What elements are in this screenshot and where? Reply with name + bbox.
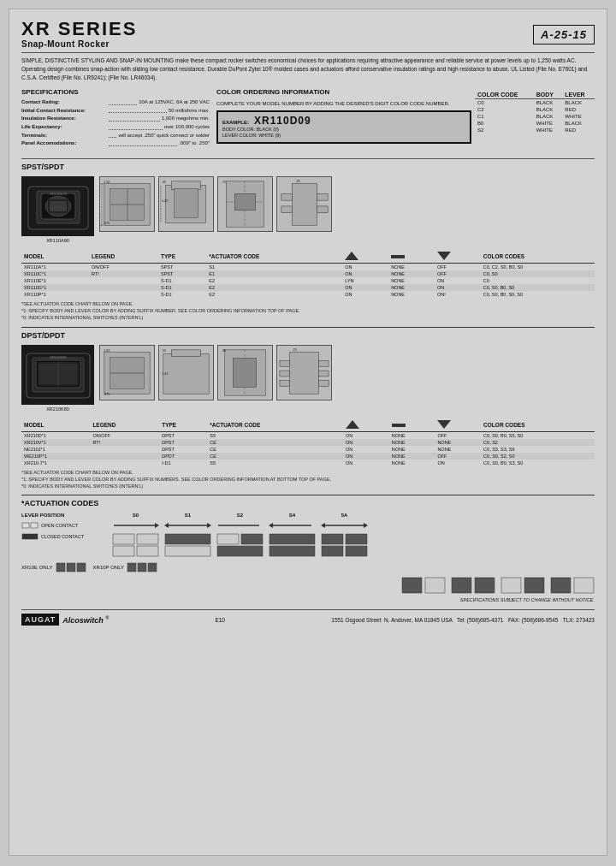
table-row: XR110E*1 S-D1 E2 LYN NONE ON C0: [21, 277, 595, 284]
example-desc-1: BODY COLOR: BLACK (0): [222, 127, 465, 133]
act-arrow-5a: [321, 519, 368, 531]
dpst-dim-svg-4: .25: [277, 346, 331, 400]
act-group-s2: S2: [216, 513, 264, 557]
footer-tel: Tel: (508)685-4371: [457, 617, 504, 623]
svg-rect-18: [174, 188, 198, 217]
svg-rect-28: [281, 193, 293, 200]
cell-colors: C0, S0, B0, S3, S0: [481, 460, 595, 466]
col-colors: COLOR CODES: [481, 418, 595, 432]
specs-col: SPECIFICATIONS Contact Rating: 10A at 12…: [21, 88, 210, 153]
col-colors: COLOR CODES: [481, 250, 595, 264]
page: XR SERIES Snap-Mount Rocker A-25-15 SIMP…: [9, 9, 607, 856]
svg-rect-67: [22, 523, 29, 528]
svg-rect-105: [475, 578, 495, 593]
svg-rect-82: [217, 534, 239, 544]
spst-dim-3: .75: [217, 176, 273, 232]
xr10e-label: XR10E ONLY: [21, 565, 53, 570]
actuation-content: LEVER POSITION OPEN CONTACT CLOSED CONTA…: [21, 513, 595, 557]
xr10p-group: XR10P ONLY: [93, 561, 157, 573]
table-row: XR110A*1 ON/OFF SPST S1 ON NONE OFF C0, …: [21, 263, 595, 270]
footnote-3: *0: INDICATES INTERNATIONAL SWITCHES (IN…: [21, 483, 595, 489]
svg-rect-109: [574, 578, 594, 593]
footer-city: N. Andover, MA 01845 USA: [384, 617, 453, 623]
spst-title: SPST/SPDT: [21, 163, 595, 171]
footnote-3: *0: INDICATES INTERNATIONAL SWITCHES (IN…: [21, 314, 595, 321]
spec-notice: SPECIFICATIONS SUBJECT TO CHANGE WITHOUT…: [21, 597, 595, 602]
cell-code: CE: [207, 439, 343, 446]
spst-table: MODEL LEGEND TYPE *ACTUATOR CODE COLOR C…: [21, 250, 595, 298]
spec-row: Contact Rating: 10A at 125VAC, 6A at 250…: [21, 98, 210, 107]
col-pos2: [389, 418, 435, 432]
table-row: XR110G*1 S-D1 E2 ON NONE ON C0, S0, B0, …: [21, 284, 595, 291]
main-content: SPECIFICATIONS Contact Rating: 10A at 12…: [21, 88, 595, 153]
augat-logo: AUGAT: [21, 614, 59, 626]
col-actuator: *ACTUATOR CODE: [207, 418, 343, 432]
dpst-product-area: XR210K80 XR210K80: [21, 345, 94, 412]
cell-model: WE210P*1: [21, 453, 90, 460]
col-header-body: BODY: [534, 91, 563, 99]
svg-rect-65: [392, 424, 406, 427]
body-val: BLACK: [534, 113, 563, 120]
svg-text:.25: .25: [292, 347, 296, 351]
cell-model: XR110G*1: [21, 284, 89, 291]
cell-type: S-D1: [158, 277, 206, 284]
series-name: XR SERIES: [21, 20, 137, 39]
svg-rect-103: [425, 578, 445, 593]
svg-rect-56: [290, 352, 319, 393]
actuation-legend: LEVER POSITION OPEN CONTACT CLOSED CONTA…: [21, 513, 107, 541]
bot-diag-1: [401, 577, 446, 594]
svg-rect-98: [77, 563, 86, 572]
cell-a1: ON: [343, 439, 389, 446]
svg-marker-71: [155, 523, 159, 528]
cell-legend: RT!: [90, 439, 159, 446]
cell-type: DPST: [159, 439, 207, 446]
dpst-footnotes: *SEE ACTUATOR CODE CHART BELOW ON PAGE. …: [21, 469, 595, 490]
color-ordering-box: COLOR ORDERING INFORMATION COMPLETE YOUR…: [216, 88, 471, 144]
svg-text:.25: .25: [295, 179, 299, 183]
dpst-dim-1: 1.93 .875: [99, 345, 155, 400]
svg-text:1.20: 1.20: [162, 199, 169, 203]
color-row: S2 WHITE RED: [475, 127, 595, 133]
special-codes-row: XR10E ONLY XR10P ONLY: [21, 561, 595, 573]
cell-type: DPDT: [159, 453, 207, 460]
spec-dots: [109, 115, 160, 122]
cell-code: S5: [207, 460, 343, 466]
cell-colors: C0, S0, B0, S5, S0: [481, 431, 595, 439]
xr10e-group: XR10E ONLY: [21, 561, 86, 573]
cell-model: XR210-7*1: [21, 460, 90, 466]
svg-rect-17: [172, 181, 201, 190]
cell-colors: C0, S0: [481, 270, 595, 277]
dpst-diagrams-row: XR210K80 XR210K80 1.93 .875: [21, 345, 595, 412]
svg-rect-102: [402, 578, 422, 593]
cell-code: CE: [207, 446, 343, 453]
cell-code: CE: [207, 453, 343, 460]
spec-row: Terminals: will accept .250" quick conne…: [21, 132, 210, 140]
svg-marker-91: [321, 523, 325, 528]
svg-rect-31: [317, 206, 329, 213]
header: XR SERIES Snap-Mount Rocker A-25-15: [21, 20, 595, 49]
svg-rect-5: [50, 201, 67, 211]
cell-legend: [90, 453, 159, 460]
svg-rect-73: [137, 534, 158, 544]
cell-a3: OFF: [435, 453, 481, 460]
svg-rect-49: [172, 349, 201, 356]
act-pos-label: S1: [185, 513, 191, 518]
dpst-product-image: XR210K80: [21, 345, 94, 405]
dpst-title: DPST/DPDT: [21, 331, 595, 340]
cell-legend: [90, 460, 159, 466]
svg-rect-68: [31, 523, 38, 528]
act-arrow-s1: [164, 519, 211, 531]
spst-dim-2: .45 1.20: [158, 176, 214, 232]
svg-text:.875: .875: [104, 221, 110, 225]
cell-a2: NONE: [388, 263, 435, 270]
spst-product-svg: XR110E09: [24, 178, 92, 234]
color-ordering-title: COLOR ORDERING INFORMATION: [216, 88, 471, 97]
act-diagram-s1: [164, 533, 211, 557]
svg-rect-75: [137, 546, 158, 556]
spec-row: Insulation Resistance: 1,000 megohms min…: [21, 115, 210, 123]
svg-rect-25: [234, 193, 255, 210]
alcoswitch-logo: Alcoswitch ®: [62, 615, 109, 625]
cell-model: XR210D*1: [21, 431, 90, 439]
svg-rect-58: [318, 360, 329, 366]
dpst-model-label: XR210K80: [46, 406, 69, 412]
